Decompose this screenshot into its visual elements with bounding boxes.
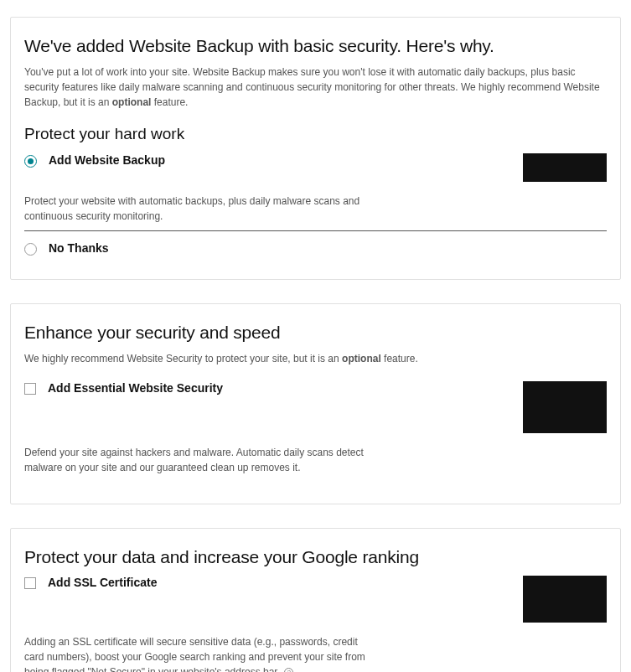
desc-text: You've put a lot of work into your site.… (24, 66, 600, 108)
radio-add-backup[interactable] (24, 155, 37, 168)
ssl-certificate-card: Protect your data and increase your Goog… (10, 528, 621, 672)
option-description: Protect your website with automatic back… (24, 194, 376, 224)
card-title: We've added Website Backup with basic se… (24, 36, 607, 56)
price-block (523, 576, 607, 623)
card-title: Enhance your security and speed (24, 323, 607, 343)
info-icon[interactable]: ? (284, 668, 293, 672)
option-add-ssl: Add SSL Certificate Adding an SSL certif… (24, 576, 607, 672)
card-title: Protect your data and increase your Goog… (24, 547, 607, 567)
desc-text: We highly recommend Website Security to … (24, 353, 342, 364)
option-label[interactable]: Add SSL Certificate (48, 576, 157, 589)
option-description: Adding an SSL certificate will secure se… (24, 634, 376, 672)
desc-text: Adding an SSL certificate will secure se… (24, 636, 365, 672)
option-description: Defend your site against hackers and mal… (24, 445, 376, 475)
price-block (523, 153, 607, 182)
price-block (523, 381, 607, 433)
option-label[interactable]: No Thanks (49, 241, 109, 255)
option-add-backup: Add Website Backup Protect your website … (24, 153, 607, 224)
checkbox-add-security[interactable] (24, 383, 36, 395)
desc-bold: optional (112, 96, 152, 108)
card-description: You've put a lot of work into your site.… (24, 65, 607, 110)
card-description: We highly recommend Website Security to … (24, 351, 607, 366)
desc-bold: optional (342, 353, 381, 364)
website-backup-card: We've added Website Backup with basic se… (10, 17, 621, 280)
option-label[interactable]: Add Essential Website Security (48, 381, 223, 395)
divider (24, 230, 607, 231)
card-subhead: Protect your hard work (24, 125, 607, 143)
desc-text: feature. (381, 353, 418, 364)
checkbox-add-ssl[interactable] (24, 577, 36, 589)
desc-text: feature. (151, 96, 188, 108)
website-security-card: Enhance your security and speed We highl… (10, 303, 621, 504)
option-label[interactable]: Add Website Backup (49, 153, 165, 167)
option-no-thanks: No Thanks (24, 241, 607, 256)
radio-no-thanks[interactable] (24, 243, 37, 256)
option-add-security: Add Essential Website Security Defend yo… (24, 381, 607, 475)
